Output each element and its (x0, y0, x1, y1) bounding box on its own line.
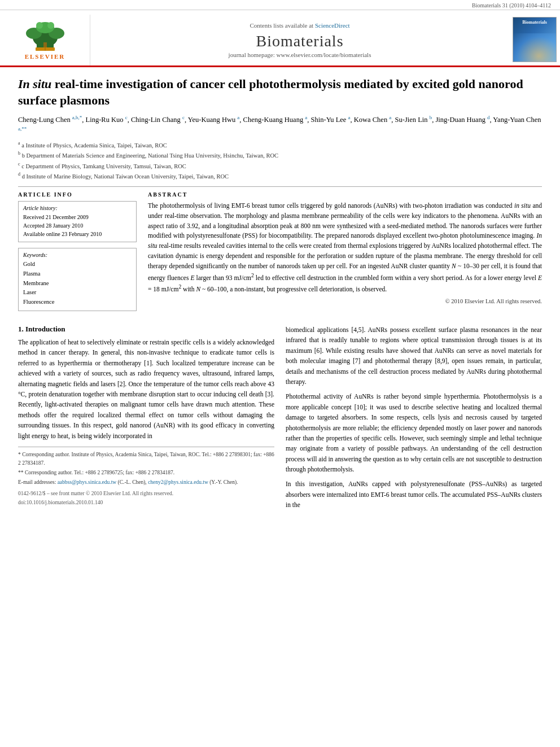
history-label: Article history: (23, 205, 132, 211)
copyright-line: © 2010 Elsevier Ltd. All rights reserved… (148, 298, 542, 304)
keyword-plasma: Plasma (23, 269, 132, 279)
journal-header: ELSEVIER Contents lists available at Sci… (0, 10, 560, 67)
article-title: In situ real-time investigation of cance… (18, 76, 542, 108)
abstract-text: The photothermolysis of living EMT-6 bre… (148, 201, 542, 295)
article-history-box: Article history: Received 21 December 20… (18, 201, 137, 242)
keyword-gold: Gold (23, 260, 132, 269)
title-normal-part: real-time investigation of cancer cell p… (18, 77, 523, 107)
article-body: In situ real-time investigation of cance… (0, 67, 560, 524)
svg-point-5 (36, 22, 43, 29)
homepage-text: journal homepage: www.elsevier.com/locat… (229, 51, 371, 58)
sciencedirect-line: Contents lists available at ScienceDirec… (250, 22, 349, 29)
publisher-logo-area: ELSEVIER (0, 15, 90, 65)
cover-title-text: Biomaterials (522, 20, 547, 25)
main-content: 1. Introduction The application of heat … (18, 325, 542, 515)
journal-homepage: journal homepage: www.elsevier.com/locat… (229, 51, 371, 58)
cover-title: Biomaterials (522, 20, 547, 25)
footnotes: * Corresponding author. Institute of Phy… (18, 447, 274, 487)
article-info-column: ARTICLE INFO Article history: Received 2… (18, 191, 137, 317)
journal-title: Biomaterials (256, 32, 343, 50)
received-date: Received 21 December 2009 (23, 213, 132, 221)
sciencedirect-prefix: Contents lists available at (250, 22, 313, 29)
intro-section-title: Introduction (25, 325, 65, 333)
accepted-date: Accepted 28 January 2010 (23, 221, 132, 230)
keyword-membrane: Membrane (23, 279, 132, 289)
intro-title: 1. Introduction (18, 325, 274, 334)
doi-line-1: 0142-9612/$ – see front matter © 2010 El… (18, 491, 274, 496)
intro-right: biomedical applications [4,5]. AuNRs pos… (286, 325, 542, 515)
email-link-1[interactable]: aabbss@phys.sinica.edu.tw (58, 479, 117, 485)
cover-image-area: Biomaterials (509, 15, 560, 65)
doi-line-2: doi:10.1016/j.biomaterials.2010.01.140 (18, 500, 274, 505)
doi-number: doi:10.1016/j.biomaterials.2010.01.140 (18, 500, 103, 505)
intro-para-4: In this investigation, AuNRs capped with… (286, 479, 542, 510)
intro-left: 1. Introduction The application of heat … (18, 325, 274, 515)
svg-point-6 (47, 22, 54, 29)
abstract-column: ABSTRACT The photothermolysis of living … (148, 191, 542, 317)
article-info-header: ARTICLE INFO (18, 191, 137, 198)
info-abstract-section: ARTICLE INFO Article history: Received 2… (18, 191, 542, 317)
affiliation-a: a a Institute of Physics, Academia Sinic… (18, 140, 542, 150)
citation-text: Biomaterials 31 (2010) 4104–4112 (472, 2, 551, 8)
footnote-email: E-mail addresses: aabbss@phys.sinica.edu… (18, 478, 274, 487)
affiliation-d: d d Institute of Marine Biology, Nationa… (18, 171, 542, 181)
intro-number: 1. (18, 325, 24, 333)
intro-para-2: biomedical applications [4,5]. AuNRs pos… (286, 325, 542, 387)
keywords-box: Keywords: Gold Plasma Membrane Laser Flu… (18, 248, 137, 311)
sciencedirect-link[interactable]: ScienceDirect (315, 22, 350, 29)
abstract-header: ABSTRACT (148, 191, 542, 198)
available-date: Available online 23 February 2010 (23, 230, 132, 238)
citation-bar: Biomaterials 31 (2010) 4104–4112 (0, 0, 560, 10)
journal-cover: Biomaterials (513, 17, 557, 62)
sciencedirect-link-text: ScienceDirect (315, 22, 350, 29)
affiliations: a a Institute of Physics, Academia Sinic… (18, 140, 542, 181)
authors-line: Cheng-Lung Chen a,b,*, Ling-Ru Kuo c, Ch… (18, 114, 542, 137)
affiliation-c: c c Department of Physics, Tamkang Unive… (18, 161, 542, 171)
doi-text-1: 0142-9612/$ – see front matter © 2010 El… (18, 491, 173, 496)
cover-decoration (513, 33, 556, 62)
title-italic-part: In situ (18, 77, 51, 91)
keyword-fluorescence: Fluorescence (23, 298, 132, 307)
intro-para-1: The application of heat to selectively e… (18, 337, 274, 441)
section-divider (18, 186, 542, 187)
journal-center: Contents lists available at ScienceDirec… (90, 15, 509, 65)
intro-para-3: Photothermal activity of AuNRs is rather… (286, 391, 542, 474)
authors-text: Cheng-Lung Chen a,b,*, Ling-Ru Kuo c, Ch… (18, 116, 541, 135)
elsevier-tree-icon (20, 21, 71, 52)
elsevier-logo: ELSEVIER (20, 21, 71, 60)
keyword-laser: Laser (23, 288, 132, 298)
email-link-2[interactable]: cheny2@phys.sinica.edu.tw (148, 479, 208, 485)
elsevier-label: ELSEVIER (25, 53, 65, 60)
keywords-label: Keywords: (23, 252, 132, 258)
footnote-2: ** Corresponding author. Tel.: +886 2 27… (18, 469, 274, 477)
footnote-1: * Corresponding author. Institute of Phy… (18, 451, 274, 468)
affiliation-b: b b Department of Materials Science and … (18, 150, 542, 160)
